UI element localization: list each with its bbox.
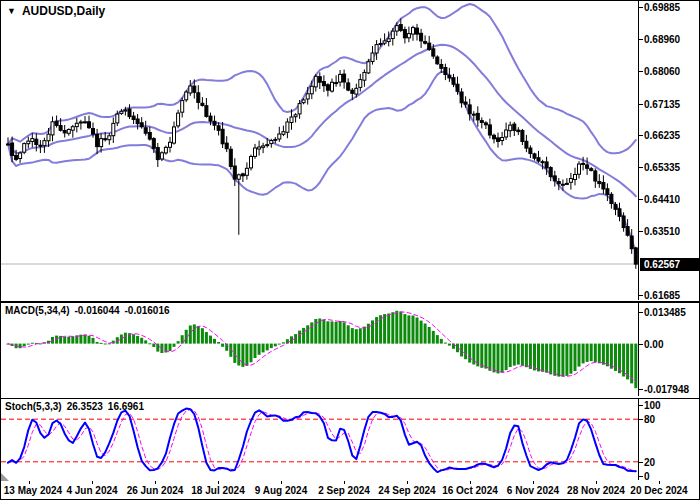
time-axis-tick: [470, 481, 471, 484]
time-axis-tick: [281, 481, 282, 484]
axis-tick: [639, 231, 643, 232]
stoch-axis-label: 80: [644, 414, 655, 425]
axis-tick: [639, 199, 643, 200]
axis-tick: [639, 312, 643, 313]
symbol-dropdown-icon[interactable]: ▼: [7, 6, 16, 16]
price-axis[interactable]: 0.698850.689600.680600.671350.662350.653…: [639, 1, 699, 301]
stoch-d-value: 16.6961: [108, 401, 144, 412]
time-axis-tick: [659, 481, 660, 484]
axis-tick: [639, 476, 643, 477]
price-axis-label: 0.61685: [644, 290, 680, 301]
chart-window: ▼AUDUSD,Daily 0.698850.689600.680600.671…: [0, 0, 700, 500]
axis-tick: [639, 7, 643, 8]
macd-axis-label: -0.017948: [644, 384, 689, 395]
price-plot[interactable]: [1, 1, 639, 300]
price-axis-label: 0.68960: [644, 34, 680, 45]
macd-axis-label: 0.013485: [644, 307, 686, 318]
axis-tick: [639, 344, 643, 345]
time-axis-tick: [218, 481, 219, 484]
stoch-name: Stoch(5,3,3): [5, 401, 62, 412]
price-axis-label: 0.65335: [644, 162, 680, 173]
macd-value: -0.016044: [74, 305, 119, 316]
macd-label: MACD(5,34,4)-0.016044-0.016016: [5, 305, 175, 316]
axis-tick: [639, 39, 643, 40]
price-axis-label: 0.63510: [644, 226, 680, 237]
price-axis-label: 0.67135: [644, 99, 680, 110]
stoch-axis-label: 20: [644, 457, 655, 468]
time-axis-tick: [596, 481, 597, 484]
macd-axis-label: 0.00: [644, 339, 663, 350]
time-axis-tick: [407, 481, 408, 484]
macd-axis[interactable]: 0.0134850.00-0.017948: [639, 303, 699, 398]
price-axis-label: 0.64410: [644, 194, 680, 205]
macd-plot[interactable]: [1, 303, 639, 396]
time-axis-tick: [344, 481, 345, 484]
price-axis-label: 0.66235: [644, 130, 680, 141]
price-axis-label: 0.69885: [644, 2, 680, 13]
axis-tick: [639, 104, 643, 105]
time-axis-label: 20 Dec 2024: [619, 485, 699, 496]
time-axis-tick: [155, 481, 156, 484]
axis-tick: [639, 295, 643, 296]
macd-signal-value: -0.016016: [125, 305, 170, 316]
scroll-grip-icon[interactable]: [1, 473, 9, 481]
price-panel: ▼AUDUSD,Daily 0.698850.689600.680600.671…: [1, 1, 699, 302]
macd-panel: MACD(5,34,4)-0.016044-0.016016 0.0134850…: [1, 302, 699, 399]
axis-tick: [639, 389, 643, 390]
time-axis-tick: [533, 481, 534, 484]
current-price-badge: 0.62567: [640, 258, 700, 271]
stoch-axis[interactable]: 10080200: [639, 399, 699, 482]
axis-tick: [639, 419, 643, 420]
macd-name: MACD(5,34,4): [5, 305, 69, 316]
chart-title: ▼AUDUSD,Daily: [7, 4, 105, 18]
symbol-timeframe-label: AUDUSD,Daily: [22, 4, 105, 18]
axis-tick: [639, 71, 643, 72]
axis-tick: [639, 135, 643, 136]
stoch-label: Stoch(5,3,3)26.352316.6961: [5, 401, 149, 412]
axis-tick: [639, 462, 643, 463]
time-axis-tick: [92, 481, 93, 484]
axis-tick: [639, 405, 643, 406]
stoch-axis-label: 100: [644, 400, 661, 411]
time-axis-tick: [29, 481, 30, 484]
stoch-panel: Stoch(5,3,3)26.352316.6961 10080200: [1, 398, 699, 483]
price-axis-label: 0.68060: [644, 66, 680, 77]
stoch-k-value: 26.3523: [67, 401, 103, 412]
axis-tick: [639, 167, 643, 168]
time-axis[interactable]: 13 May 20244 Jun 202426 Jun 202418 Jul 2…: [1, 481, 699, 499]
